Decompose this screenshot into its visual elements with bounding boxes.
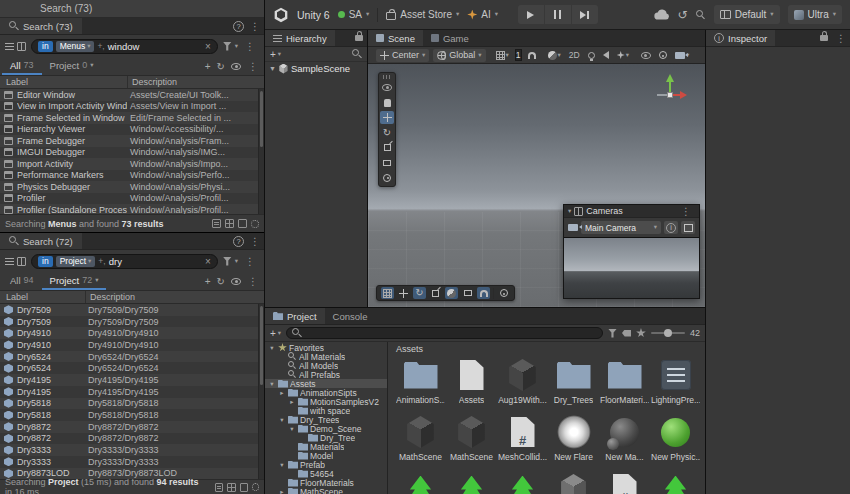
search-result-row[interactable]: Dry8872 Dry8872/Dry8872	[0, 433, 264, 445]
filter-icon[interactable]	[223, 257, 232, 266]
tab-project-results[interactable]: Project0▾	[42, 57, 102, 75]
asset-item[interactable]: Dry_Trees	[548, 356, 599, 413]
search-result-row[interactable]: Dry7509 Dry7509/Dry7509	[0, 304, 264, 316]
lock-icon[interactable]	[355, 35, 363, 41]
search-result-row[interactable]: Dry4195 Dry4195/Dry4195	[0, 374, 264, 386]
asset-item[interactable]	[497, 470, 548, 494]
search-by-type-icon[interactable]	[608, 329, 617, 338]
project-search-input[interactable]	[286, 327, 603, 339]
cameras-overlay-header[interactable]: ▾ Cameras ⋮	[564, 205, 699, 218]
quality-dropdown[interactable]: Ultra▾	[788, 5, 842, 24]
search-result-row[interactable]: Profiler (Standalone Process) Window/Ana…	[0, 204, 264, 214]
hand-tool-button[interactable]	[380, 96, 394, 109]
search-result-row[interactable]: Dry8872 Dry8872/Dry8872	[0, 421, 264, 433]
search-result-row[interactable]: Dry5818 Dry5818/Dry5818	[0, 409, 264, 421]
asset-item[interactable]: AnimationS...	[395, 356, 446, 413]
expand-arrow[interactable]	[278, 461, 286, 469]
expand-arrow[interactable]	[268, 344, 276, 352]
search-icon[interactable]	[696, 10, 706, 20]
search-by-label-icon[interactable]	[622, 330, 631, 337]
scope-dropdown[interactable]: Project▾	[56, 256, 96, 267]
project-tree-item[interactable]: All Prefabs	[265, 370, 387, 379]
tab-search-72[interactable]: Search (72)	[0, 233, 82, 249]
history-icon[interactable]: ↺	[678, 9, 688, 21]
search-result-row[interactable]: Dry6524 Dry6524/Dry6524	[0, 362, 264, 374]
rect-mode-icon[interactable]	[461, 287, 474, 299]
expand-arrow[interactable]	[278, 389, 286, 397]
asset-item[interactable]: Aug19With...	[497, 356, 548, 413]
view-tool-button[interactable]	[380, 81, 394, 94]
search-icon[interactable]	[352, 49, 362, 59]
tab-scene[interactable]: Scene	[368, 30, 423, 46]
tab-all-results[interactable]: All94	[2, 272, 42, 290]
asset-item[interactable]: Assets	[446, 356, 497, 413]
refresh-icon[interactable]: ↻	[214, 57, 228, 75]
add-tab-icon[interactable]: +	[202, 272, 214, 290]
overlay-drag-handle[interactable]	[383, 75, 392, 79]
window-titlebar[interactable]: Search (73)	[0, 0, 264, 18]
inspector-toggle-icon[interactable]	[17, 257, 26, 266]
asset-item[interactable]	[395, 470, 446, 494]
grid-view-icon[interactable]	[227, 483, 235, 492]
search-result-row[interactable]: Dry8873LOD Dry8873/Dry8873LOD	[0, 468, 264, 479]
column-description[interactable]: Description	[128, 77, 177, 87]
hierarchy-item-samplescene[interactable]: ▼ SampleScene	[265, 62, 367, 75]
window-menu-icon[interactable]: ⋮	[246, 233, 264, 249]
scrollbar[interactable]	[258, 304, 264, 479]
search-result-row[interactable]: Physics Debugger Window/Analysis/Physi..…	[0, 181, 264, 193]
camera-preview[interactable]	[564, 237, 699, 298]
ai-button[interactable]: AI▾	[467, 9, 498, 20]
filter-icon[interactable]	[223, 42, 232, 51]
pause-button[interactable]	[545, 5, 571, 24]
orientation-button[interactable]: Global▾	[433, 49, 485, 62]
tab-console[interactable]: Console	[325, 308, 376, 324]
search-result-row[interactable]: Dry4910 Dry4910/Dry4910	[0, 339, 264, 351]
project-tree-item[interactable]: MathScene	[265, 487, 387, 494]
expand-arrow[interactable]	[288, 398, 296, 406]
expand-arrow[interactable]	[288, 425, 296, 433]
asset-item[interactable]	[548, 470, 599, 494]
settings-gear-icon[interactable]	[251, 220, 259, 228]
pivot-mode-button[interactable]: Center▾	[376, 49, 429, 62]
tab-all-results[interactable]: All73	[2, 57, 42, 75]
project-tree-item[interactable]: Model	[265, 451, 387, 460]
scene-camera-button[interactable]: ▾	[673, 49, 691, 62]
refresh-icon[interactable]: ↻	[214, 272, 228, 290]
tab-game[interactable]: Game	[423, 30, 477, 46]
tab-project-results[interactable]: Project72▾	[42, 272, 107, 290]
asset-item[interactable]: MeshCollid...	[497, 413, 548, 470]
search-input[interactable]: in Menus▾ +, window ×	[31, 39, 218, 54]
asset-item[interactable]	[446, 470, 497, 494]
add-object-button[interactable]: +▾	[270, 49, 281, 60]
gizmo-visibility-button[interactable]	[657, 49, 669, 62]
search-result-row[interactable]: Hierarchy Viewer Window/Accessibility/..…	[0, 124, 264, 136]
search-result-row[interactable]: Dry4195 Dry4195/Dry4195	[0, 386, 264, 398]
search-result-row[interactable]: Dry3333 Dry3333/Dry3333	[0, 456, 264, 468]
magnet-snap-icon[interactable]	[477, 287, 490, 299]
lock-icon[interactable]	[820, 35, 828, 41]
expand-arrow[interactable]	[278, 488, 286, 494]
help-icon[interactable]: ?	[233, 21, 244, 32]
layout-dropdown[interactable]: Default▾	[714, 5, 780, 24]
camera-maximize-button[interactable]	[681, 221, 695, 234]
asset-item[interactable]	[650, 470, 701, 494]
expand-arrow[interactable]	[278, 416, 286, 424]
asset-item[interactable]: MathScene	[446, 413, 497, 470]
expand-arrow[interactable]	[268, 380, 276, 388]
table-menu-icon[interactable]: ⋮	[244, 272, 262, 290]
camera-info-button[interactable]: i	[664, 221, 678, 234]
asset-item[interactable]: New Ma...	[599, 413, 650, 470]
grid-view-icon[interactable]	[225, 219, 234, 228]
tab-search-73[interactable]: Search (73)	[0, 18, 82, 34]
rotate-tool-button[interactable]: ↻	[380, 126, 394, 139]
rect-tool-button[interactable]	[380, 156, 394, 169]
search-result-row[interactable]: Dry4910 Dry4910/Dry4910	[0, 327, 264, 339]
table-view-icon[interactable]	[238, 219, 247, 228]
column-label[interactable]: Label	[0, 291, 86, 303]
grid-size-input[interactable]: 1	[515, 49, 522, 61]
search-result-row[interactable]: Frame Debugger Window/Analysis/Fram...	[0, 135, 264, 147]
expand-arrow[interactable]: ▼	[269, 65, 276, 72]
search-result-row[interactable]: Profiler Window/Analysis/Profil...	[0, 193, 264, 205]
scrollbar-thumb[interactable]	[260, 91, 263, 147]
step-button[interactable]	[572, 5, 598, 24]
